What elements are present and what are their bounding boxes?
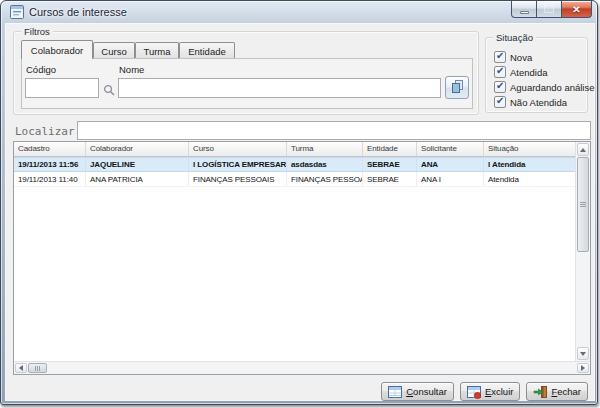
fechar-button[interactable]: Fechar [526, 382, 588, 401]
checkbox-box[interactable] [494, 81, 506, 93]
tab-label: Curso [101, 46, 126, 57]
checkbox-atendida[interactable]: Atendida [494, 66, 548, 78]
vertical-scrollbar-thumb[interactable] [577, 157, 589, 252]
cell-entidade: SEBRAE [363, 172, 417, 187]
checkbox-box[interactable] [494, 51, 506, 63]
checkbox-aguardando-analise[interactable]: Aguardando análise [494, 81, 595, 93]
nome-input[interactable] [118, 78, 441, 98]
arrow-up-icon [580, 148, 586, 152]
cell-colaborador: ANA PATRICIA [86, 172, 189, 187]
column-header-curso[interactable]: Curso [189, 142, 287, 156]
localizar-label: Localizar [15, 125, 75, 138]
cell-curso: l LOGÍSTICA EMPRESAR [189, 157, 287, 172]
tab-colaborador[interactable]: Colaborador [21, 40, 93, 59]
cell-cadastro: 19/11/2013 11:56 [14, 157, 86, 172]
checkbox-label: Aguardando análise [510, 82, 595, 93]
horizontal-scrollbar-thumb[interactable] [28, 363, 47, 373]
caption-buttons [511, 1, 592, 18]
maximize-icon [544, 5, 554, 13]
column-header-turma[interactable]: Turma [287, 142, 363, 156]
scroll-up-button[interactable] [577, 143, 589, 156]
tab-turma[interactable]: Turma [135, 42, 179, 59]
cell-colaborador: JAQUELINE [86, 157, 189, 172]
column-header-cadastro[interactable]: Cadastro [14, 142, 86, 156]
cell-turma: asdasdas [287, 157, 363, 172]
nome-label: Nome [119, 64, 144, 75]
cell-curso: FINANÇAS PESSOAIS [189, 172, 287, 187]
horizontal-scrollbar[interactable] [14, 361, 590, 374]
excluir-button[interactable]: Excluir [460, 382, 521, 401]
cell-cadastro: 19/11/2013 11:40 [14, 172, 86, 187]
situacao-group-label: Situação [493, 32, 536, 43]
app-form-icon [10, 5, 24, 19]
arrow-left-icon [19, 365, 23, 371]
checkbox-box[interactable] [494, 66, 506, 78]
dialog-window: Cursos de interesse Filtros Colaborador … [0, 0, 598, 405]
consultar-button[interactable]: Consultar [381, 382, 454, 401]
consultar-button-label: Consultar [406, 386, 447, 397]
results-grid: Cadastro Colaborador Curso Turma Entidad… [13, 141, 591, 375]
cell-turma: FINANÇAS PESSOAIS [287, 172, 363, 187]
copy-button[interactable] [445, 76, 469, 99]
close-icon [562, 1, 591, 17]
table-row[interactable]: 19/11/2013 11:40 ANA PATRICIA FINANÇAS P… [14, 172, 575, 187]
arrow-down-icon [580, 352, 586, 356]
column-header-solicitante[interactable]: Solicitante [417, 142, 484, 156]
codigo-label: Código [26, 64, 56, 75]
close-button[interactable] [561, 1, 592, 18]
column-header-entidade[interactable]: Entidade [363, 142, 417, 156]
excluir-grid-icon [467, 385, 481, 399]
exit-door-icon [533, 385, 547, 399]
tab-label: Colaborador [31, 45, 83, 56]
grid-empty-area [14, 187, 575, 361]
copy-icon [450, 79, 464, 97]
search-icon [103, 83, 116, 101]
excluir-button-label: Excluir [485, 386, 514, 397]
cell-solicitante: ANA [417, 157, 484, 172]
scroll-down-button[interactable] [577, 347, 589, 360]
cell-entidade: SEBRAE [363, 157, 417, 172]
checkbox-box[interactable] [494, 96, 506, 108]
vertical-scrollbar[interactable] [575, 142, 590, 361]
checkbox-nao-atendida[interactable]: Não Atendida [494, 96, 567, 108]
fechar-button-label: Fechar [551, 386, 581, 397]
scroll-left-button[interactable] [15, 363, 27, 373]
grid-header: Cadastro Colaborador Curso Turma Entidad… [14, 142, 575, 157]
scroll-right-button[interactable] [577, 363, 589, 373]
window-title: Cursos de interesse [29, 6, 127, 18]
title-bar[interactable]: Cursos de interesse [1, 1, 597, 23]
filtros-group-label: Filtros [21, 26, 53, 37]
checkbox-label: Nova [510, 52, 532, 63]
tab-curso[interactable]: Curso [93, 42, 135, 59]
checkbox-nova[interactable]: Nova [494, 51, 532, 63]
tab-entidade[interactable]: Entidade [179, 42, 235, 59]
minimize-button[interactable] [511, 1, 537, 18]
column-header-colaborador[interactable]: Colaborador [86, 142, 189, 156]
table-row[interactable]: 19/11/2013 11:56 JAQUELINE l LOGÍSTICA E… [14, 157, 575, 172]
footer-button-bar: Consultar Excluir [381, 382, 588, 401]
consultar-grid-icon [388, 385, 402, 399]
arrow-right-icon [581, 365, 585, 371]
localizar-input[interactable] [77, 121, 591, 140]
column-header-situacao[interactable]: Situação [484, 142, 575, 156]
cell-situacao: l Atendida [484, 157, 575, 172]
codigo-input[interactable] [25, 78, 99, 98]
cell-situacao: Atendida [484, 172, 575, 187]
minimize-icon [520, 11, 529, 14]
tab-label: Entidade [188, 46, 226, 57]
tab-label: Turma [143, 46, 170, 57]
checkbox-label: Atendida [510, 67, 548, 78]
maximize-button[interactable] [536, 1, 562, 18]
cell-solicitante: ANA I [417, 172, 484, 187]
checkbox-label: Não Atendida [510, 97, 567, 108]
